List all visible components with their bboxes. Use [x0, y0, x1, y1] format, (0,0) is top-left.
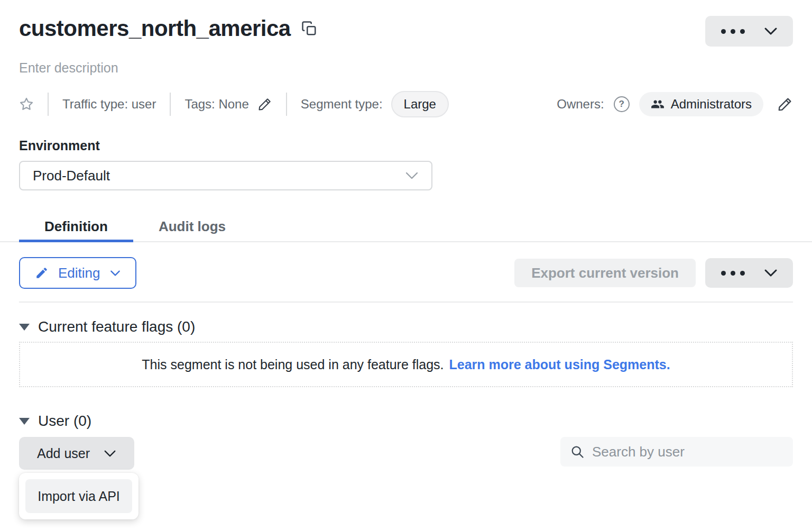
feature-flags-empty-state: This segment is not being used in any fe… — [19, 342, 793, 387]
editing-dropdown-button[interactable]: Editing — [19, 257, 136, 289]
search-by-user-input[interactable] — [560, 437, 793, 467]
help-icon[interactable]: ? — [614, 96, 630, 112]
empty-state-message: This segment is not being used in any fe… — [142, 357, 444, 372]
owners-label: Owners: — [557, 97, 604, 112]
tab-audit-logs[interactable]: Audit logs — [133, 212, 251, 241]
copy-icon[interactable] — [301, 21, 317, 36]
divider — [48, 93, 49, 116]
tab-bar: Definition Audit logs — [0, 212, 812, 242]
tab-definition[interactable]: Definition — [19, 212, 133, 241]
user-section-toggle[interactable]: User (0) — [19, 413, 91, 430]
edit-owners-pencil-icon[interactable] — [777, 96, 793, 112]
definition-actions-menu-button[interactable] — [705, 258, 793, 288]
divider — [170, 93, 171, 116]
environment-select[interactable]: Prod-Default — [19, 161, 432, 190]
search-box — [560, 437, 793, 467]
chevron-down-icon — [764, 27, 778, 35]
page-title: customers_north_america — [19, 16, 291, 41]
user-controls: Add user Import via API — [19, 437, 793, 519]
feature-flags-section-title: Current feature flags (0) — [38, 318, 195, 335]
owners-value: Administrators — [671, 97, 752, 112]
chevron-down-icon — [104, 450, 116, 458]
caret-down-icon — [19, 418, 30, 425]
star-icon[interactable] — [19, 97, 34, 112]
divider — [286, 93, 287, 116]
page: customers_north_america Enter descriptio… — [0, 0, 812, 519]
people-icon — [651, 97, 665, 111]
ellipsis-icon — [721, 271, 745, 276]
add-user-group: Add user Import via API — [19, 437, 139, 519]
segment-type-badge: Large — [391, 91, 449, 117]
page-actions-menu-button[interactable] — [705, 16, 793, 47]
owners-chip[interactable]: Administrators — [639, 92, 763, 116]
edit-tags-pencil-icon[interactable] — [257, 97, 272, 112]
description-field[interactable]: Enter description — [19, 60, 793, 76]
chevron-down-icon — [405, 171, 419, 180]
owners-group: Owners: ? Administrators — [557, 92, 793, 116]
tags-label: Tags: None — [184, 97, 248, 112]
segment-type-label: Segment type: — [301, 97, 383, 112]
export-current-version-button[interactable]: Export current version — [514, 259, 696, 287]
ellipsis-icon — [721, 29, 745, 34]
editing-label: Editing — [58, 265, 100, 281]
header: customers_north_america — [19, 16, 793, 47]
divider — [19, 301, 793, 303]
environment-label: Environment — [19, 138, 793, 153]
add-user-button[interactable]: Add user — [19, 437, 134, 470]
add-user-label: Add user — [37, 446, 90, 461]
menu-item-import-via-api[interactable]: Import via API — [25, 479, 132, 513]
add-user-menu: Import via API — [19, 473, 139, 519]
pencil-icon — [35, 266, 49, 280]
environment-selected-value: Prod-Default — [33, 168, 110, 184]
feature-flags-section-toggle[interactable]: Current feature flags (0) — [19, 318, 195, 335]
search-icon — [570, 444, 585, 459]
chevron-down-icon — [764, 269, 778, 277]
definition-toolbar: Editing Export current version — [19, 257, 793, 289]
chevron-down-icon — [110, 270, 121, 277]
traffic-type-label: Traffic type: user — [62, 97, 156, 112]
learn-more-link[interactable]: Learn more about using Segments. — [449, 357, 670, 372]
caret-down-icon — [19, 324, 30, 331]
user-section-title: User (0) — [38, 413, 91, 430]
meta-bar: Traffic type: user Tags: None Segment ty… — [19, 92, 793, 117]
environment-section: Environment Prod-Default — [19, 138, 793, 190]
